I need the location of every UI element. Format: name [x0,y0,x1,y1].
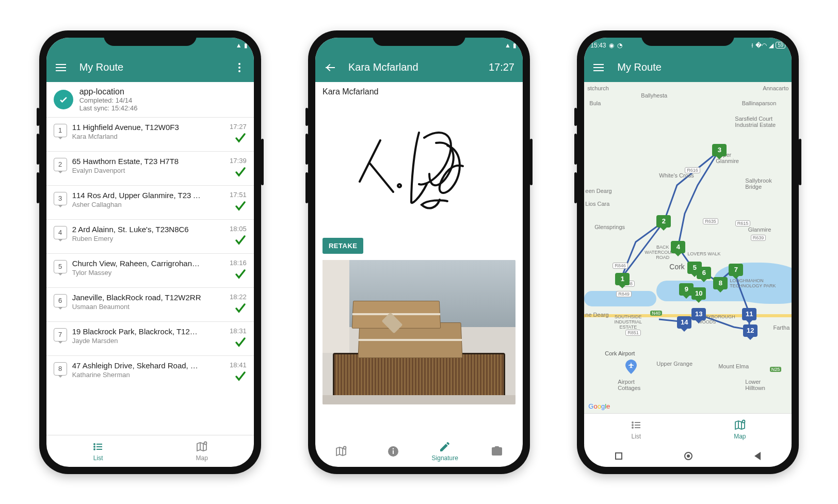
map-marker[interactable]: 2 [656,215,671,227]
android-nav-bar [584,445,792,467]
map-canvas[interactable]: stchurch Annacarto Bula Ballyhesta Balli… [584,82,792,413]
android-home-icon[interactable] [684,452,692,460]
tab-map[interactable]: Map [688,414,792,445]
svg-point-13 [632,425,633,426]
list-icon [92,441,104,453]
tab-camera[interactable] [471,436,523,467]
stop-address: Church View, Raheen, Carrigrohane, Co… [72,259,201,268]
stop-customer: Kara Mcfarland [72,133,224,140]
bottom-nav: Signature [315,436,523,467]
stop-number-badge: 7 [54,328,67,342]
info-icon [387,445,399,458]
svg-point-0 [94,444,95,445]
tab-list-label: List [93,454,103,462]
delivery-photo[interactable] [323,260,515,404]
stop-time: 18:22 [230,293,247,301]
android-recents-icon[interactable] [615,452,622,460]
signature-drawing [352,125,486,213]
stop-row[interactable]: 6 Janeville, BlackRock road, T12W2RR Usm… [46,287,254,321]
svg-point-7 [344,446,346,449]
map-marker[interactable]: 12 [743,324,758,337]
page-title: Kara Mcfarland [348,61,476,73]
back-icon[interactable] [324,61,336,74]
android-back-icon[interactable] [754,452,761,460]
stop-address: 47 Ashleigh Drive, Skehard Road, T12 X… [72,361,201,370]
stop-row[interactable]: 7 19 Blackrock Park, Blackrock, T12VY57 … [46,321,254,355]
svg-rect-9 [393,450,394,454]
check-icon [234,268,247,280]
tab-map-label: Map [196,454,207,462]
map-marker[interactable]: 3 [712,144,727,156]
signal-icon: ▲ [236,42,242,49]
stop-number-badge: 1 [54,124,67,137]
stop-row[interactable]: 1 11 Highfield Avenue, T12W0F3 Kara Mcfa… [46,117,254,151]
list-icon [630,419,642,431]
stop-number-badge: 4 [54,226,67,239]
vibrate-icon: ⫲ [751,42,753,49]
map-marker[interactable]: 8 [713,277,728,289]
overflow-menu-icon[interactable] [233,61,246,74]
stop-row[interactable]: 5 Church View, Raheen, Carrigrohane, Co…… [46,253,254,287]
airport-pin-icon [625,360,637,376]
svg-point-10 [392,448,394,449]
stop-row[interactable]: 3 114 Ros Ard, Upper Glanmire, T23 AK80 … [46,185,254,219]
tab-signature-label: Signature [432,454,458,462]
stop-row[interactable]: 4 2 Ard Alainn, St. Luke's, T23N8C6 Rube… [46,219,254,253]
app-bar: Kara Mcfarland 17:27 [315,53,523,82]
map-marker[interactable]: 4 [671,241,685,253]
map-icon [196,441,208,453]
bottom-nav: List Map [46,435,254,467]
stop-time: 17:27 [230,123,247,131]
camera-icon [491,445,503,458]
svg-point-4 [94,449,95,450]
stop-time: 18:41 [230,361,247,369]
phone-map-view: 15:43 ◉ ◔ ⫲ �◠ ◢ 59 My Route [577,30,799,474]
stop-customer: Usmaan Beaumont [72,303,224,311]
stop-address: Janeville, BlackRock road, T12W2RR [72,293,201,302]
check-icon [54,90,73,109]
svg-point-6 [204,442,207,444]
battery-icon: ▮ [244,42,248,49]
stop-time: 17:27 [489,61,514,73]
tab-list[interactable]: List [584,414,688,445]
phone-signature-view: ▲ ▮ Kara Mcfarland 17:27 Kara Mcfarland … [308,30,530,474]
map-marker[interactable]: 14 [677,316,691,329]
menu-icon[interactable] [592,61,605,74]
stop-row[interactable]: 2 65 Hawthorn Estate, T23 H7T8 Evalyn Da… [46,151,254,185]
stop-number-badge: 5 [54,260,67,273]
map-icon [335,445,347,458]
status-bar: ▲ ▮ [315,38,523,53]
tab-map[interactable]: Map [150,435,254,467]
app-bar: My Route [584,53,792,82]
stop-number-badge: 2 [54,158,67,171]
map-icon [734,419,746,431]
tab-info[interactable] [367,436,419,467]
tab-list[interactable]: List [46,435,150,467]
map-marker[interactable]: 13 [691,308,706,320]
phone-list-view: ▲ ▮ My Route app-location Completed: 14/… [39,30,261,474]
map-marker[interactable]: 11 [742,308,756,320]
signal-icon: ▲ [505,42,511,49]
status-bar: ▲ ▮ [46,38,254,53]
tab-map[interactable] [315,436,367,467]
menu-icon[interactable] [55,61,67,74]
google-logo: Google [588,402,610,410]
stop-customer: Tylor Massey [72,269,224,277]
stop-customer: Ruben Emery [72,235,224,242]
bottom-nav: List Map [584,413,792,445]
retake-button[interactable]: RETAKE [323,238,363,254]
stop-row[interactable]: 8 47 Ashleigh Drive, Skehard Road, T12 X… [46,355,254,389]
map-marker[interactable]: 10 [691,287,706,300]
map-marker[interactable]: 1 [615,273,630,285]
tab-signature[interactable]: Signature [419,436,471,467]
customer-name: Kara Mcfarland [315,82,523,102]
svg-point-17 [742,420,745,422]
svg-point-15 [632,427,633,428]
location-status-icon: ◔ [617,42,622,49]
check-icon [234,200,247,212]
stop-customer: Asher Callaghan [72,201,224,208]
map-marker[interactable]: 7 [729,264,743,276]
signature-canvas[interactable] [315,102,523,236]
wifi-icon: �◠ [755,42,767,49]
map-marker[interactable]: 6 [697,267,711,279]
